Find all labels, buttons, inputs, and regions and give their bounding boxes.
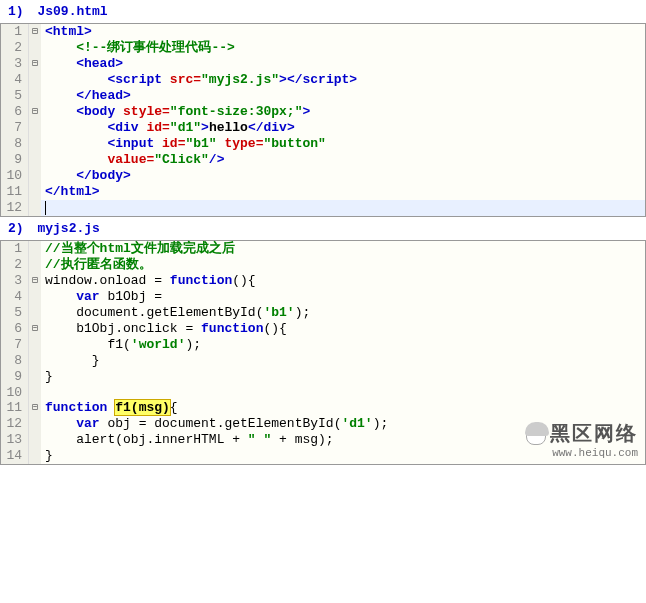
code-line[interactable]: 4 <script src="myjs2.js"></script> — [1, 72, 645, 88]
code-editor-2[interactable]: 1//当整个html文件加载完成之后2//执行匿名函数。3⊟window.onl… — [0, 240, 646, 465]
code-line[interactable]: 11⊟function f1(msg){ — [1, 400, 645, 416]
line-number: 12 — [1, 200, 29, 216]
code-content[interactable]: } — [41, 448, 645, 464]
code-line[interactable]: 10 </body> — [1, 168, 645, 184]
fold-icon[interactable]: ⊟ — [29, 273, 41, 289]
code-line[interactable]: 11</html> — [1, 184, 645, 200]
code-line[interactable]: 2 <!--绑订事件处理代码--> — [1, 40, 645, 56]
token — [45, 56, 76, 71]
code-line[interactable]: 8 } — [1, 353, 645, 369]
token: value= — [107, 152, 154, 167]
code-line[interactable]: 6⊟ b1Obj.onclick = function(){ — [1, 321, 645, 337]
fold-icon[interactable]: ⊟ — [29, 104, 41, 120]
fold-icon[interactable]: ⊟ — [29, 400, 41, 416]
token: { — [170, 400, 178, 415]
code-content[interactable]: <div id="d1">hello</div> — [41, 120, 645, 136]
code-content[interactable]: } — [41, 369, 645, 385]
code-content[interactable]: value="Click"/> — [41, 152, 645, 168]
token: <!--绑订事件处理代码--> — [76, 40, 235, 55]
code-line[interactable]: 5 </head> — [1, 88, 645, 104]
code-line[interactable]: 7 f1('world'); — [1, 337, 645, 353]
token: <div — [107, 120, 146, 135]
line-number: 4 — [1, 72, 29, 88]
token: " " — [248, 432, 271, 447]
code-content[interactable]: b1Obj.onclick = function(){ — [41, 321, 645, 337]
code-content[interactable]: <script src="myjs2.js"></script> — [41, 72, 645, 88]
code-line[interactable]: 14} — [1, 448, 645, 464]
code-content[interactable]: //当整个html文件加载完成之后 — [41, 241, 645, 257]
token: } — [45, 448, 53, 463]
token: f1(msg) — [115, 400, 170, 415]
token: <input — [107, 136, 162, 151]
token: var — [76, 289, 99, 304]
code-content[interactable]: <!--绑订事件处理代码--> — [41, 40, 645, 56]
line-number: 6 — [1, 321, 29, 337]
token: var — [76, 416, 99, 431]
token: "button" — [263, 136, 325, 151]
line-number: 7 — [1, 337, 29, 353]
code-line[interactable]: 13 alert(obj.innerHTML + " " + msg); — [1, 432, 645, 448]
fold-icon[interactable]: ⊟ — [29, 321, 41, 337]
code-line[interactable]: 3⊟ <head> — [1, 56, 645, 72]
fold-icon — [29, 168, 41, 184]
code-content[interactable]: f1('world'); — [41, 337, 645, 353]
token: } — [45, 369, 53, 384]
code-content[interactable]: </html> — [41, 184, 645, 200]
code-line[interactable]: 12 — [1, 200, 645, 216]
line-number: 12 — [1, 416, 29, 432]
code-content[interactable]: function f1(msg){ — [41, 400, 645, 416]
code-editor-1[interactable]: 1⊟<html>2 <!--绑订事件处理代码-->3⊟ <head>4 <scr… — [0, 23, 646, 217]
code-content[interactable]: <input id="b1" type="button" — [41, 136, 645, 152]
fold-icon[interactable]: ⊟ — [29, 24, 41, 40]
fold-icon — [29, 305, 41, 321]
code-content[interactable]: var obj = document.getElementById('d1'); — [41, 416, 645, 432]
code-line[interactable]: 9 value="Click"/> — [1, 152, 645, 168]
code-line[interactable]: 4 var b1Obj = — [1, 289, 645, 305]
code-line[interactable]: 7 <div id="d1">hello</div> — [1, 120, 645, 136]
code-line[interactable]: 1//当整个html文件加载完成之后 — [1, 241, 645, 257]
line-number: 9 — [1, 152, 29, 168]
code-line[interactable]: 5 document.getElementById('b1'); — [1, 305, 645, 321]
code-content[interactable]: //执行匿名函数。 — [41, 257, 645, 273]
token: "myjs2.js" — [201, 72, 279, 87]
code-line[interactable]: 8 <input id="b1" type="button" — [1, 136, 645, 152]
file-header-2: 2) myjs2.js — [0, 217, 646, 240]
code-content[interactable]: var b1Obj = — [41, 289, 645, 305]
token: function — [45, 400, 107, 415]
line-number: 7 — [1, 120, 29, 136]
token: "d1" — [170, 120, 201, 135]
fold-icon — [29, 88, 41, 104]
token: ></script — [279, 72, 349, 87]
token: > — [302, 104, 310, 119]
code-line[interactable]: 2//执行匿名函数。 — [1, 257, 645, 273]
code-content[interactable]: <body style="font-size:30px;"> — [41, 104, 645, 120]
file-name-1: Js09.html — [37, 4, 107, 19]
code-content[interactable]: </body> — [41, 168, 645, 184]
code-line[interactable]: 6⊟ <body style="font-size:30px;"> — [1, 104, 645, 120]
token: + msg); — [271, 432, 333, 447]
code-content[interactable]: } — [41, 353, 645, 369]
code-line[interactable]: 9} — [1, 369, 645, 385]
code-content[interactable]: </head> — [41, 88, 645, 104]
code-content[interactable] — [41, 200, 645, 216]
code-content[interactable] — [41, 385, 645, 400]
code-content[interactable]: <head> — [41, 56, 645, 72]
token: alert(obj.innerHTML + — [45, 432, 248, 447]
token: /> — [209, 152, 225, 167]
token: } — [45, 353, 100, 368]
code-content[interactable]: window.onload = function(){ — [41, 273, 645, 289]
token — [45, 152, 107, 167]
token: (){ — [232, 273, 255, 288]
code-line[interactable]: 1⊟<html> — [1, 24, 645, 40]
fold-icon — [29, 72, 41, 88]
line-number: 8 — [1, 353, 29, 369]
code-content[interactable]: alert(obj.innerHTML + " " + msg); — [41, 432, 645, 448]
token: obj = document.getElementById( — [100, 416, 342, 431]
code-line[interactable]: 10 — [1, 385, 645, 400]
code-content[interactable]: <html> — [41, 24, 645, 40]
code-content[interactable]: document.getElementById('b1'); — [41, 305, 645, 321]
code-line[interactable]: 12 var obj = document.getElementById('d1… — [1, 416, 645, 432]
code-line[interactable]: 3⊟window.onload = function(){ — [1, 273, 645, 289]
fold-icon[interactable]: ⊟ — [29, 56, 41, 72]
token: //执行匿名函数。 — [45, 257, 152, 272]
